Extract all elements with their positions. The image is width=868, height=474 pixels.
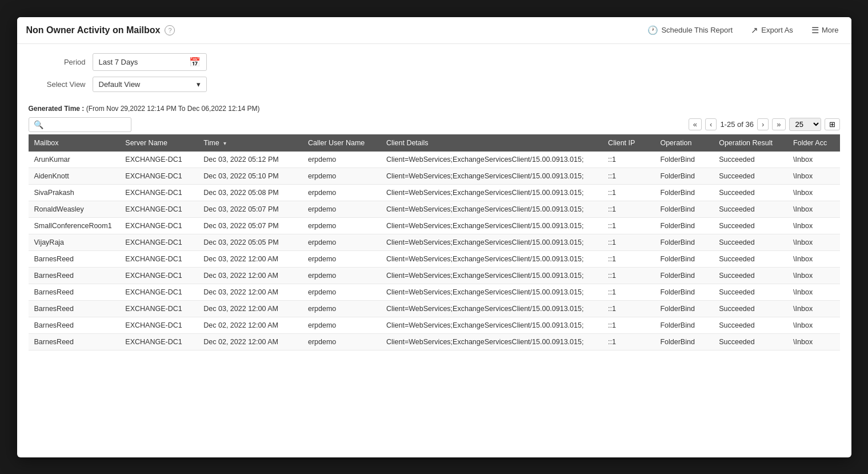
cell-server-name: EXCHANGE-DC1 — [119, 333, 198, 350]
col-header-mailbox[interactable]: Mailbox — [29, 134, 120, 152]
cell-operation: FolderBind — [654, 184, 713, 201]
first-page-button[interactable]: « — [689, 118, 702, 130]
cell-operation-result: Succeeded — [713, 300, 787, 317]
select-view-filter-row: Select View Default View ▾ — [29, 77, 840, 92]
cell-operation-result: Succeeded — [713, 317, 787, 333]
cell-mailbox: BarnesReed — [29, 300, 120, 317]
cell-caller-user-name: erpdemo — [302, 168, 381, 184]
cell-mailbox: BarnesReed — [29, 267, 120, 284]
schedule-icon: 🕐 — [647, 25, 658, 35]
col-header-client-ip[interactable]: Client IP — [602, 134, 654, 152]
cell-time: Dec 03, 2022 05:05 PM — [198, 234, 302, 250]
table-row: BarnesReedEXCHANGE-DC1Dec 03, 2022 12:00… — [29, 300, 840, 317]
cell-server-name: EXCHANGE-DC1 — [119, 317, 198, 333]
cell-client-ip: ::1 — [602, 284, 654, 300]
table-row: ArunKumarEXCHANGE-DC1Dec 03, 2022 05:12 … — [29, 152, 840, 168]
cell-operation: FolderBind — [654, 284, 713, 300]
cell-server-name: EXCHANGE-DC1 — [119, 234, 198, 250]
col-header-operation-result[interactable]: Operation Result — [713, 134, 787, 152]
cell-client-details: Client=WebServices;ExchangeServicesClien… — [381, 317, 602, 333]
next-page-button[interactable]: › — [757, 118, 769, 130]
cell-client-details: Client=WebServices;ExchangeServicesClien… — [381, 300, 602, 317]
data-table: Mailbox Server Name Time ▾ Caller User N… — [29, 134, 840, 350]
header-row: Mailbox Server Name Time ▾ Caller User N… — [29, 134, 840, 152]
title-actions: 🕐 Schedule This Report ↗ Export As ☰ Mor… — [644, 23, 842, 38]
col-header-server-name[interactable]: Server Name — [119, 134, 198, 152]
search-input[interactable] — [46, 121, 126, 129]
table-row: SmallConferenceRoom1EXCHANGE-DC1Dec 03, … — [29, 217, 840, 234]
more-button[interactable]: ☰ More — [808, 23, 842, 38]
cell-folder-acc: \Inbox — [787, 152, 839, 168]
table-container: Mailbox Server Name Time ▾ Caller User N… — [29, 134, 840, 448]
cell-time: Dec 03, 2022 12:00 AM — [198, 300, 302, 317]
cell-operation: FolderBind — [654, 234, 713, 250]
cell-server-name: EXCHANGE-DC1 — [119, 184, 198, 201]
schedule-report-button[interactable]: 🕐 Schedule This Report — [644, 23, 736, 38]
column-picker-button[interactable]: ⊞ — [825, 118, 840, 130]
cell-client-details: Client=WebServices;ExchangeServicesClien… — [381, 333, 602, 350]
table-scroll[interactable]: Mailbox Server Name Time ▾ Caller User N… — [29, 134, 840, 448]
period-label: Period — [29, 58, 86, 66]
cell-time: Dec 03, 2022 05:07 PM — [198, 201, 302, 217]
cell-client-ip: ::1 — [602, 250, 654, 267]
period-input[interactable]: Last 7 Days 📅 — [93, 53, 207, 71]
cell-mailbox: BarnesReed — [29, 317, 120, 333]
main-window: Non Owner Activity on Mailbox ? 🕐 Schedu… — [17, 17, 851, 457]
cell-mailbox: VijayRaja — [29, 234, 120, 250]
export-as-button[interactable]: ↗ Export As — [747, 23, 797, 38]
per-page-select[interactable]: 25 50 100 — [789, 118, 821, 131]
table-row: BarnesReedEXCHANGE-DC1Dec 02, 2022 12:00… — [29, 317, 840, 333]
cell-mailbox: SmallConferenceRoom1 — [29, 217, 120, 234]
cell-client-ip: ::1 — [602, 317, 654, 333]
cell-folder-acc: \Inbox — [787, 184, 839, 201]
cell-server-name: EXCHANGE-DC1 — [119, 168, 198, 184]
cell-mailbox: SivaPrakash — [29, 184, 120, 201]
cell-operation-result: Succeeded — [713, 333, 787, 350]
last-page-button[interactable]: » — [772, 118, 785, 130]
help-icon[interactable]: ? — [165, 25, 175, 35]
col-header-caller-user-name[interactable]: Caller User Name — [302, 134, 381, 152]
table-row: BarnesReedEXCHANGE-DC1Dec 03, 2022 12:00… — [29, 267, 840, 284]
cell-client-ip: ::1 — [602, 267, 654, 284]
cell-client-ip: ::1 — [602, 333, 654, 350]
cell-mailbox: AidenKnott — [29, 168, 120, 184]
export-icon: ↗ — [751, 25, 758, 35]
cell-time: Dec 03, 2022 05:12 PM — [198, 152, 302, 168]
col-header-folder-acc[interactable]: Folder Acc — [787, 134, 839, 152]
cell-caller-user-name: erpdemo — [302, 184, 381, 201]
cell-client-ip: ::1 — [602, 152, 654, 168]
cell-operation-result: Succeeded — [713, 250, 787, 267]
cell-folder-acc: \Inbox — [787, 284, 839, 300]
search-box[interactable]: 🔍 — [29, 117, 131, 132]
search-icon: 🔍 — [34, 120, 43, 129]
cell-operation: FolderBind — [654, 317, 713, 333]
cell-folder-acc: \Inbox — [787, 267, 839, 284]
cell-server-name: EXCHANGE-DC1 — [119, 152, 198, 168]
cell-client-details: Client=WebServices;ExchangeServicesClien… — [381, 152, 602, 168]
cell-mailbox: RonaldWeasley — [29, 201, 120, 217]
cell-caller-user-name: erpdemo — [302, 333, 381, 350]
cell-time: Dec 03, 2022 05:08 PM — [198, 184, 302, 201]
cell-operation: FolderBind — [654, 201, 713, 217]
generated-time: Generated Time : (From Nov 29,2022 12:14… — [29, 105, 840, 113]
title-bar: Non Owner Activity on Mailbox ? 🕐 Schedu… — [17, 17, 851, 44]
calendar-icon[interactable]: 📅 — [189, 57, 201, 67]
cell-operation: FolderBind — [654, 250, 713, 267]
cell-folder-acc: \Inbox — [787, 317, 839, 333]
cell-operation: FolderBind — [654, 267, 713, 284]
page-info: 1-25 of 36 — [720, 120, 754, 129]
col-header-operation[interactable]: Operation — [654, 134, 713, 152]
cell-mailbox: BarnesReed — [29, 284, 120, 300]
col-header-client-details[interactable]: Client Details — [381, 134, 602, 152]
cell-client-ip: ::1 — [602, 217, 654, 234]
content-area: Period Last 7 Days 📅 Select View Default… — [17, 44, 851, 457]
col-header-time[interactable]: Time ▾ — [198, 134, 302, 152]
cell-operation: FolderBind — [654, 152, 713, 168]
select-view-dropdown[interactable]: Default View ▾ — [93, 77, 207, 92]
cell-client-details: Client=WebServices;ExchangeServicesClien… — [381, 234, 602, 250]
prev-page-button[interactable]: ‹ — [705, 118, 717, 130]
cell-client-details: Client=WebServices;ExchangeServicesClien… — [381, 201, 602, 217]
title-left: Non Owner Activity on Mailbox ? — [26, 25, 175, 35]
cell-operation-result: Succeeded — [713, 284, 787, 300]
cell-mailbox: ArunKumar — [29, 152, 120, 168]
